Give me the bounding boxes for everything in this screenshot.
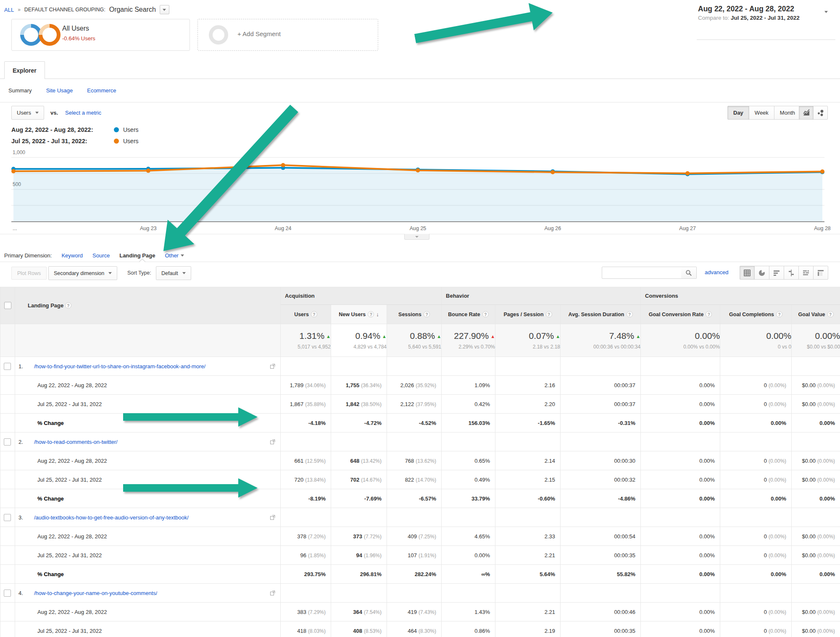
cell-percent-of-total: (0.00%) (769, 609, 786, 615)
column-header-gcr[interactable]: Goal Conversion Rate? (641, 305, 720, 324)
tab-explorer[interactable]: Explorer (4, 61, 45, 79)
dimension-landing-page-active[interactable]: Landing Page (119, 252, 155, 259)
cell-percent-of-total: (0.00%) (817, 401, 835, 407)
help-icon[interactable]: ? (482, 311, 489, 317)
column-header-bounce[interactable]: Bounce Rate? (442, 305, 495, 324)
column-header-gc[interactable]: Goal Completions? (720, 305, 792, 324)
landing-page-link[interactable]: /how-to-read-comments-on-twitter/ (34, 439, 118, 445)
help-icon[interactable]: ? (65, 302, 71, 309)
change-value: -8.19% (308, 495, 326, 502)
comparison-view-button[interactable] (784, 266, 799, 280)
column-header-gv[interactable]: Goal Value? (792, 305, 840, 324)
pivot-view-button[interactable] (813, 266, 828, 280)
grouping-dropdown-button[interactable] (160, 5, 169, 14)
column-header-new_users[interactable]: New Users?↓ (331, 305, 387, 324)
landing-page-header-label[interactable]: Landing Page (28, 302, 63, 309)
period-label: Aug 22, 2022 - Aug 28, 2022 (15, 533, 107, 540)
cell-pages: 2.19 (495, 621, 561, 637)
arrow-right-icon (123, 407, 258, 427)
cell-duration: 00:00:30 (561, 451, 641, 470)
cell-percent-of-total: (7.43%) (419, 609, 436, 615)
term-cloud-view-button[interactable] (798, 266, 814, 280)
row-checkbox[interactable] (4, 363, 11, 370)
collapse-chart-tab[interactable] (404, 234, 429, 240)
period-label-cell: Aug 22, 2022 - Aug 28, 2022 (15, 603, 281, 621)
table-row-period: Jul 25, 2022 - Jul 31, 202296(1.85%)94(1… (0, 546, 840, 565)
cell-value: 2.21 (545, 609, 555, 615)
help-icon[interactable]: ? (368, 311, 374, 317)
line-chart-view-button[interactable] (799, 106, 814, 120)
bar-chart-icon (773, 269, 780, 277)
granularity-day-button[interactable]: Day (727, 106, 749, 120)
landing-page-link[interactable]: /how-to-find-your-twitter-url-to-share-o… (34, 363, 205, 370)
change-value: ∞% (481, 571, 490, 577)
date-picker-chevron-icon[interactable] (824, 11, 828, 13)
add-segment-card[interactable]: + Add Segment (197, 19, 378, 51)
open-in-new-icon[interactable] (270, 590, 275, 596)
select-a-metric-link[interactable]: Select a metric (65, 110, 101, 116)
help-icon[interactable]: ? (311, 311, 317, 317)
column-header-inner: Goal Conversion Rate? (649, 311, 712, 317)
help-icon[interactable]: ? (424, 311, 430, 317)
performance-view-button[interactable] (769, 266, 784, 280)
help-icon[interactable]: ? (776, 311, 782, 317)
landing-page-link[interactable]: /audio-textbooks-how-to-get-free-audio-v… (34, 514, 189, 521)
row-checkbox[interactable] (4, 438, 11, 446)
open-in-new-icon[interactable] (270, 515, 275, 520)
cell-percent-of-total: (7.29%) (308, 609, 326, 615)
summary-percent-value: 0.94% (355, 331, 381, 341)
help-icon[interactable]: ? (546, 311, 552, 317)
sort-type-dropdown[interactable]: Default (156, 266, 191, 280)
column-header-sessions[interactable]: Sessions? (387, 305, 442, 324)
cell-value: 2,026 (400, 382, 414, 388)
row-select-cell (0, 376, 15, 395)
tab-explorer-label: Explorer (13, 67, 37, 74)
row-checkbox[interactable] (4, 514, 11, 521)
row-checkbox[interactable] (4, 590, 11, 597)
dimension-source-link[interactable]: Source (92, 252, 110, 259)
help-icon[interactable]: ? (827, 311, 834, 317)
open-in-new-icon[interactable] (270, 439, 275, 445)
plot-rows-button[interactable]: Plot Rows (11, 267, 47, 280)
column-header-users[interactable]: Users? (281, 305, 331, 324)
data-view-button[interactable] (740, 266, 755, 280)
breadcrumb-all-link[interactable]: ALL (4, 7, 14, 13)
table-row-landing-page: 1./how-to-find-your-twitter-url-to-share… (0, 357, 840, 376)
sort-descending-icon[interactable]: ↓ (376, 311, 379, 317)
dimension-keyword-link[interactable]: Keyword (61, 252, 83, 259)
column-header-pages[interactable]: Pages / Session? (495, 305, 561, 324)
cell-value: $0.00 (802, 533, 816, 540)
help-icon[interactable]: ? (627, 311, 633, 317)
change-cell-gc: 0.00% (720, 565, 792, 584)
cell-value: 0 (764, 552, 767, 558)
granularity-month-button[interactable]: Month (774, 106, 801, 120)
secondary-dimension-dropdown[interactable]: Secondary dimension (48, 266, 117, 280)
subtab-ecommerce[interactable]: Ecommerce (87, 87, 116, 94)
open-in-new-icon[interactable] (270, 364, 275, 369)
select-all-checkbox[interactable] (4, 302, 11, 309)
metric-dropdown[interactable]: Users (11, 106, 44, 120)
table-search-input[interactable] (602, 267, 682, 279)
add-segment-ring-icon (209, 25, 228, 45)
empty-cell (641, 508, 720, 527)
subtab-divider (0, 102, 840, 102)
percentage-view-button[interactable] (754, 266, 769, 280)
empty-cell (495, 508, 561, 527)
cell-gcr: 0.00% (641, 527, 720, 546)
help-icon[interactable]: ? (706, 311, 712, 317)
segment-all-users-card[interactable]: All Users -0.64% Users (11, 19, 190, 51)
table-search-button[interactable] (681, 267, 697, 279)
segment-title: All Users (62, 25, 89, 32)
landing-page-link[interactable]: /how-to-change-your-name-on-youtube-comm… (34, 590, 157, 596)
cell-gc: 0(0.00%) (720, 603, 792, 621)
column-header-duration[interactable]: Avg. Session Duration? (561, 305, 641, 324)
empty-cell (495, 433, 561, 451)
advanced-filter-link[interactable]: advanced (705, 269, 728, 275)
subtab-site-usage[interactable]: Site Usage (46, 87, 73, 94)
landing-page-cell-inner: 1./how-to-find-your-twitter-url-to-share… (15, 363, 280, 370)
motion-chart-view-button[interactable] (813, 106, 828, 120)
date-range-picker[interactable]: Aug 22, 2022 - Aug 28, 2022 Compare to: … (698, 5, 824, 21)
subtab-summary[interactable]: Summary (8, 87, 32, 94)
granularity-week-button[interactable]: Week (749, 106, 774, 120)
period-label-cell: Jul 25, 2022 - Jul 31, 2022 (15, 546, 281, 565)
